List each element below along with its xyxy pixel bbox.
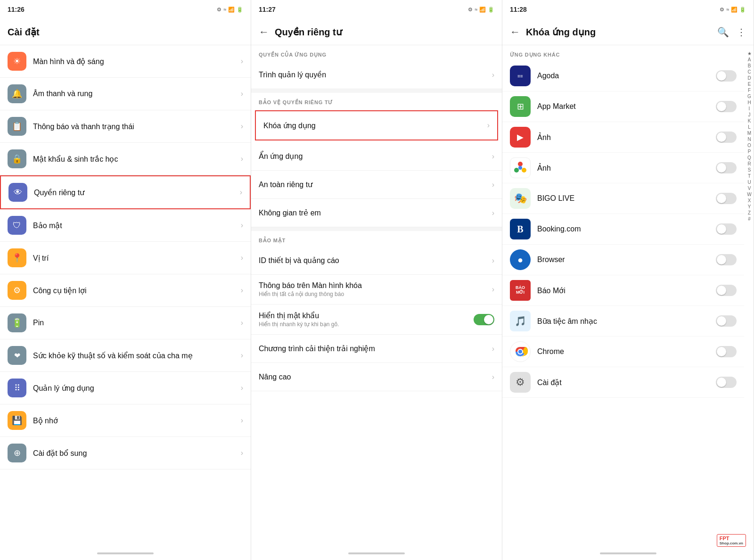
bua-tiec-toggle[interactable] <box>716 315 737 327</box>
more-icon-header[interactable]: ⋮ <box>737 26 746 38</box>
back-button-3[interactable]: ← <box>510 26 520 38</box>
bao-moi-icon: BÁOMỚI <box>510 280 531 301</box>
settings-item-vi-tri[interactable]: 📍 Vị trí › <box>0 242 251 274</box>
bao-moi-toggle[interactable] <box>716 285 737 296</box>
privacy-item-khong-gian[interactable]: Không gian trẻ em › <box>251 199 502 227</box>
app-market-name: App Market <box>537 102 716 111</box>
alpha-y[interactable]: Y <box>748 204 751 210</box>
app-item-booking[interactable]: B Booking.com <box>502 214 744 245</box>
alpha-c[interactable]: C <box>747 69 751 75</box>
vi-tri-title: Vị trí <box>33 254 237 263</box>
app-item-bua-tiec[interactable]: 🎵 Bữa tiệc âm nhạc <box>502 306 744 337</box>
cai-dat-toggle-thumb <box>717 378 726 387</box>
alpha-r[interactable]: R <box>747 161 751 167</box>
alpha-l[interactable]: L <box>748 124 751 130</box>
alpha-star[interactable]: ★ <box>747 51 752 57</box>
alpha-q[interactable]: Q <box>747 155 751 161</box>
settings-item-bao-mat[interactable]: 🛡 Bảo mật › <box>0 209 251 242</box>
settings-item-cong-cu[interactable]: ⚙ Công cụ tiện lợi › <box>0 274 251 307</box>
app-item-app-market[interactable]: ⊞ App Market <box>502 91 744 122</box>
bigo-toggle[interactable] <box>716 193 737 204</box>
alpha-h[interactable]: H <box>747 100 751 106</box>
alpha-v[interactable]: V <box>748 186 751 191</box>
alpha-f[interactable]: F <box>748 88 751 93</box>
alpha-n[interactable]: N <box>747 137 751 142</box>
alpha-x[interactable]: X <box>748 198 751 204</box>
alpha-s[interactable]: S <box>748 167 751 173</box>
privacy-item-chuong-trinh[interactable]: Chương trình cải thiện trải nghiệm › <box>251 335 502 363</box>
app-item-bao-moi[interactable]: BÁOMỚI Báo Mới <box>502 275 744 306</box>
settings-icon-status3: ⚙ <box>720 7 724 13</box>
status-bar-1: 11:26 ⚙ ≈ 📶 🔋 <box>0 0 251 19</box>
quyen-rieng-tu-text: Quyền riêng tư <box>34 188 236 197</box>
alpha-w[interactable]: W <box>747 192 751 198</box>
privacy-item-thong-bao-mh[interactable]: Thông báo trên Màn hình khóa Hiển thị tấ… <box>251 275 502 305</box>
settings-item-suc-khoe[interactable]: ❤ Sức khỏe kỹ thuật số và kiểm soát của … <box>0 339 251 372</box>
khong-gian-title: Không gian trẻ em <box>259 208 488 217</box>
booking-toggle[interactable] <box>716 223 737 235</box>
bottom-bar-2 <box>251 547 502 560</box>
agoda-toggle-thumb <box>717 71 726 81</box>
nang-cao-title: Nâng cao <box>259 373 488 381</box>
app-item-anh-1[interactable]: ▶ Ảnh <box>502 122 744 153</box>
settings-item-quan-ly[interactable]: ⠿ Quản lý ứng dụng › <box>0 372 251 404</box>
mat-khau-arrow: › <box>241 155 243 163</box>
app-item-anh-2[interactable]: Ảnh <box>502 153 744 183</box>
privacy-item-id-thiet-bi[interactable]: ID thiết bị và quảng cáo › <box>251 247 502 275</box>
anh1-toggle[interactable] <box>716 132 737 143</box>
browser-toggle[interactable] <box>716 254 737 265</box>
alpha-k[interactable]: K <box>748 118 751 124</box>
alpha-b[interactable]: B <box>748 63 751 69</box>
app-market-icon: ⊞ <box>510 96 531 117</box>
settings-item-mat-khau[interactable]: 🔒 Mật khẩu & sinh trắc học › <box>0 143 251 175</box>
alpha-z[interactable]: Z <box>748 210 751 216</box>
signal-icon3: ≈ <box>726 7 729 12</box>
an-ud-arrow: › <box>492 152 494 161</box>
wifi-icon3: 📶 <box>731 7 738 13</box>
app-item-agoda[interactable]: ≡≡ Agoda <box>502 61 744 91</box>
privacy-item-an-toan[interactable]: An toàn riêng tư › <box>251 171 502 199</box>
alpha-e[interactable]: E <box>748 82 751 87</box>
alpha-i[interactable]: I <box>749 106 750 112</box>
alpha-g[interactable]: G <box>747 94 751 99</box>
app-item-bigo[interactable]: 🎭 BIGO LIVE <box>502 183 744 214</box>
alpha-t[interactable]: T <box>748 173 751 179</box>
alpha-a[interactable]: A <box>748 57 751 63</box>
settings-item-man-hinh[interactable]: ☀ Màn hình và độ sáng › <box>0 45 251 78</box>
hien-thi-mk-toggle[interactable] <box>474 314 494 325</box>
alpha-j[interactable]: J <box>748 112 751 118</box>
khoa-ud-arrow: › <box>487 121 490 130</box>
cai-dat-bs-text: Cài đặt bổ sung <box>33 449 237 458</box>
settings-item-pin[interactable]: 🔋 Pin › <box>0 307 251 339</box>
suc-khoe-text: Sức khỏe kỹ thuật số và kiểm soát của ch… <box>33 351 237 360</box>
app-item-browser[interactable]: ● Browser <box>502 245 744 275</box>
app-item-chrome[interactable]: Chrome <box>502 337 744 367</box>
anh2-toggle[interactable] <box>716 162 737 173</box>
alpha-d[interactable]: D <box>747 75 751 81</box>
privacy-item-trinh-ql[interactable]: Trình quản lý quyền › <box>251 61 502 89</box>
privacy-item-an-ud[interactable]: Ẩn ứng dụng › <box>251 142 502 171</box>
alpha-m[interactable]: M <box>747 131 751 136</box>
section-label-quyen-ud: QUYỀN CỦA ỨNG DỤNG <box>251 45 502 61</box>
alpha-p[interactable]: P <box>748 149 751 155</box>
settings-item-quyen-rieng-tu[interactable]: 👁 Quyền riêng tư › <box>1 176 250 208</box>
settings-item-bo-nho[interactable]: 💾 Bộ nhớ › <box>0 404 251 437</box>
settings-item-cai-dat-bs[interactable]: ⊕ Cài đặt bổ sung › <box>0 437 251 469</box>
settings-item-thong-bao[interactable]: 📋 Thông báo và thanh trạng thái › <box>0 110 251 143</box>
alpha-hash[interactable]: # <box>748 216 751 222</box>
alpha-o[interactable]: O <box>747 143 751 148</box>
privacy-item-hien-thi-mk[interactable]: Hiển thị mật khẩu Hiển thị nhanh ký tự k… <box>251 305 502 335</box>
privacy-item-nang-cao[interactable]: Nâng cao › <box>251 363 502 391</box>
chrome-toggle[interactable] <box>716 346 737 357</box>
app-item-cai-dat[interactable]: ⚙ Cài đặt <box>502 367 744 398</box>
search-icon-header[interactable]: 🔍 <box>717 26 729 38</box>
settings-item-am-thanh[interactable]: 🔔 Âm thanh và rung › <box>0 78 251 110</box>
cai-dat-toggle[interactable] <box>716 377 737 388</box>
alpha-u[interactable]: U <box>747 180 751 185</box>
cong-cu-text: Công cụ tiện lợi <box>33 286 237 295</box>
agoda-toggle[interactable] <box>716 70 737 82</box>
back-button-2[interactable]: ← <box>259 26 269 38</box>
id-thiet-bi-text: ID thiết bị và quảng cáo <box>259 256 488 265</box>
app-market-toggle[interactable] <box>716 101 737 112</box>
privacy-item-khoa-ud[interactable]: Khóa ứng dụng › <box>256 111 497 140</box>
